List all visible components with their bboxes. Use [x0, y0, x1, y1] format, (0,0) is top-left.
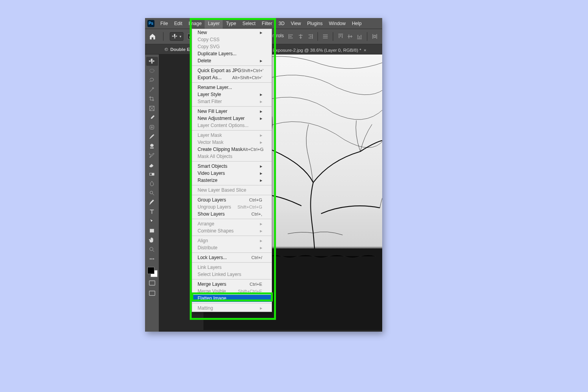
- menu-item-label: Link Layers: [198, 265, 221, 270]
- crop-tool[interactable]: [146, 94, 158, 103]
- frame-tool[interactable]: [146, 104, 158, 113]
- menu-item-merge-layers[interactable]: Merge LayersCtrl+E: [192, 281, 272, 288]
- foreground-color[interactable]: [147, 267, 154, 274]
- brush-tool[interactable]: [146, 132, 158, 141]
- app-window: Ps FileEditImageLayerTypeSelectFilter3DV…: [145, 18, 382, 332]
- menu-item-label: Distribute: [198, 245, 218, 250]
- menu-item-label: Layer Mask: [198, 132, 222, 138]
- menu-plugins[interactable]: Plugins: [304, 18, 326, 29]
- distribute-icon[interactable]: [370, 32, 379, 41]
- gradient-tool[interactable]: [146, 170, 158, 179]
- menu-item-label: Copy SVG: [198, 44, 220, 49]
- history-brush-tool[interactable]: [146, 151, 158, 160]
- path-select-tool[interactable]: [146, 217, 158, 226]
- menu-3d[interactable]: 3D: [275, 18, 287, 29]
- eraser-tool[interactable]: [146, 160, 158, 169]
- tool-preset-picker[interactable]: ▾: [170, 32, 183, 41]
- hand-tool[interactable]: [146, 236, 158, 245]
- marquee-ellipse-tool[interactable]: [146, 66, 158, 75]
- align-left-icon[interactable]: [287, 32, 296, 41]
- align-bottom-icon[interactable]: [355, 32, 364, 41]
- menu-item-label: Copy CSS: [198, 37, 220, 42]
- more-tool[interactable]: [146, 254, 158, 263]
- color-swatches[interactable]: [147, 266, 158, 277]
- menu-item-group-layers[interactable]: Group LayersCtrl+G: [192, 196, 272, 203]
- menu-item-delete[interactable]: Delete: [192, 57, 272, 64]
- align-buttons: [287, 32, 379, 41]
- menu-item-duplicate-layers[interactable]: Duplicate Layers...: [192, 50, 272, 57]
- menu-item-new-fill-layer[interactable]: New Fill Layer: [192, 108, 272, 115]
- menu-layer[interactable]: Layer: [205, 18, 223, 29]
- menu-image[interactable]: Image: [185, 18, 205, 29]
- menu-item-label: Smart Filter: [198, 99, 222, 104]
- menu-item-lock-layers[interactable]: Lock Layers...Ctrl+/: [192, 254, 272, 261]
- menu-item-label: Quick Export as JPG: [198, 68, 241, 73]
- menu-type[interactable]: Type: [223, 18, 239, 29]
- document-tab[interactable]: e Exposure-2.jpg @ 38.6% (Layer 0, RGB/8…: [269, 45, 367, 55]
- eyedropper-tool[interactable]: [146, 113, 158, 122]
- pen-tool[interactable]: [146, 198, 158, 207]
- menu-item-video-layers[interactable]: Video Layers: [192, 170, 272, 177]
- dodge-tool[interactable]: [146, 189, 158, 198]
- menu-view[interactable]: View: [288, 18, 304, 29]
- menu-item-select-linked-layers: Select Linked Layers: [192, 271, 272, 278]
- menu-item-create-clipping-mask[interactable]: Create Clipping MaskAlt+Ctrl+G: [192, 146, 272, 153]
- menu-item-label: Flatten Image: [198, 296, 226, 301]
- menu-item-quick-export-as-jpg[interactable]: Quick Export as JPGShift+Ctrl+': [192, 67, 272, 74]
- menu-item-label: Export As...: [198, 75, 221, 80]
- menu-item-export-as[interactable]: Export As...Alt+Shift+Ctrl+': [192, 74, 272, 81]
- close-icon[interactable]: ×: [364, 48, 367, 53]
- menu-window[interactable]: Window: [326, 18, 349, 29]
- blur-tool[interactable]: [146, 179, 158, 188]
- align-hcenter-icon[interactable]: [296, 32, 305, 41]
- menu-item-copy-svg: Copy SVG: [192, 43, 272, 50]
- type-tool[interactable]: [146, 207, 158, 216]
- menu-item-flatten-image[interactable]: Flatten Image: [192, 295, 272, 302]
- lasso-tool[interactable]: [146, 76, 158, 85]
- menu-item-matting: Matting: [192, 305, 272, 312]
- magic-wand-tool[interactable]: [146, 85, 158, 94]
- menu-filter[interactable]: Filter: [259, 18, 276, 29]
- align-vcenter-icon[interactable]: [346, 32, 354, 41]
- menu-item-label: Mask All Objects: [198, 154, 232, 159]
- menu-item-shortcut: Shift+Ctrl+E: [238, 289, 262, 294]
- screen-mode-icon[interactable]: [146, 289, 158, 298]
- align-right-icon[interactable]: [306, 32, 314, 41]
- svg-point-0: [150, 69, 154, 73]
- zoom-tool[interactable]: [146, 245, 158, 254]
- menu-item-new-adjustment-layer[interactable]: New Adjustment Layer: [192, 115, 272, 122]
- menu-item-show-layers[interactable]: Show LayersCtrl+,: [192, 211, 272, 218]
- menu-item-arrange: Arrange: [192, 220, 272, 227]
- menu-help[interactable]: Help: [349, 18, 365, 29]
- menu-item-layer-style[interactable]: Layer Style: [192, 91, 272, 98]
- tab-prefix: ©: [165, 47, 168, 52]
- align-top-icon[interactable]: [336, 32, 345, 41]
- menu-item-vector-mask: Vector Mask: [192, 139, 272, 146]
- menu-item-label: New Layer Based Slice: [198, 187, 246, 193]
- menu-item-label: Arrange: [198, 221, 214, 227]
- menu-item-smart-objects[interactable]: Smart Objects: [192, 163, 272, 170]
- home-icon[interactable]: [148, 33, 157, 40]
- align-justify-icon[interactable]: [321, 32, 330, 41]
- menu-item-rasterize[interactable]: Rasterize: [192, 177, 272, 184]
- menu-item-combine-shapes: Combine Shapes: [192, 227, 272, 234]
- svg-rect-4: [150, 173, 152, 176]
- menu-item-new[interactable]: New: [192, 29, 272, 36]
- layer-menu-dropdown: NewCopy CSSCopy SVGDuplicate Layers...De…: [192, 29, 272, 312]
- app-logo: Ps: [147, 20, 154, 27]
- menu-item-label: Layer Style: [198, 92, 221, 97]
- menu-item-label: Duplicate Layers...: [198, 51, 236, 56]
- move-tool[interactable]: [146, 57, 158, 66]
- clone-stamp-tool[interactable]: [146, 142, 158, 151]
- rectangle-tool[interactable]: [146, 226, 158, 235]
- menu-item-label: New Adjustment Layer: [198, 116, 245, 121]
- menu-file[interactable]: File: [157, 18, 171, 29]
- menu-edit[interactable]: Edit: [171, 18, 185, 29]
- menu-item-label: Align: [198, 238, 208, 243]
- menu-item-rename-layer[interactable]: Rename Layer...: [192, 84, 272, 91]
- quick-mask-icon[interactable]: [146, 279, 158, 287]
- menu-select[interactable]: Select: [239, 18, 258, 29]
- menu-item-shortcut: Shift+Ctrl+G: [238, 205, 262, 209]
- healing-brush-tool[interactable]: [146, 123, 158, 132]
- menu-item-label: Create Clipping Mask: [198, 147, 243, 152]
